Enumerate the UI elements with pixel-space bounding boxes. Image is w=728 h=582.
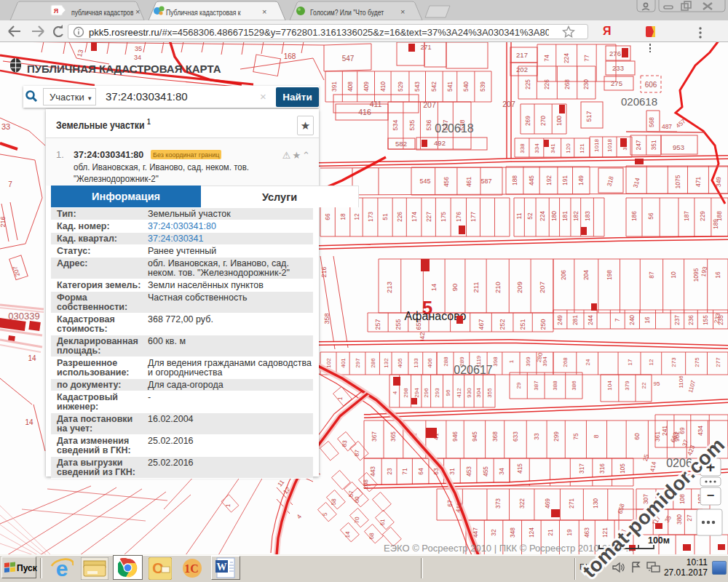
svg-text:168: 168 [284, 52, 296, 60]
svg-text:+: + [706, 458, 716, 477]
svg-text:405: 405 [397, 358, 403, 368]
svg-text:23: 23 [386, 468, 393, 475]
svg-text:130: 130 [592, 498, 599, 509]
svg-text:216: 216 [320, 266, 328, 277]
svg-text:277: 277 [715, 357, 721, 367]
svg-text:348: 348 [509, 527, 516, 538]
svg-text:275: 275 [694, 357, 700, 367]
svg-text:534: 534 [392, 119, 399, 130]
svg-text:398: 398 [492, 356, 499, 367]
svg-text:W: W [217, 562, 227, 573]
svg-text:247: 247 [635, 140, 642, 150]
svg-text:211: 211 [472, 282, 480, 292]
svg-text:250: 250 [539, 319, 547, 330]
svg-text:455: 455 [482, 466, 489, 477]
svg-text:388: 388 [552, 380, 558, 391]
svg-text:186: 186 [630, 211, 638, 221]
svg-text:34: 34 [134, 54, 141, 61]
svg-text:251: 251 [519, 319, 526, 330]
svg-text:020618: 020618 [435, 122, 473, 135]
svg-text:182: 182 [572, 211, 579, 221]
svg-text:227: 227 [425, 212, 432, 222]
svg-text:307: 307 [642, 494, 649, 504]
svg-text:547: 547 [342, 55, 355, 63]
svg-text:0206: 0206 [666, 457, 692, 469]
svg-text:225: 225 [524, 79, 531, 89]
svg-text:−: − [707, 488, 715, 503]
svg-text:529: 529 [397, 81, 404, 92]
svg-text:539: 539 [479, 81, 486, 92]
svg-text:365: 365 [389, 431, 397, 442]
svg-text:14: 14 [344, 531, 351, 538]
svg-text:35: 35 [135, 45, 142, 52]
svg-text:456: 456 [443, 177, 450, 187]
svg-text:108: 108 [363, 479, 370, 489]
svg-text:74: 74 [543, 55, 550, 62]
svg-text:373: 373 [494, 498, 502, 509]
svg-text:31: 31 [448, 468, 456, 475]
svg-text:268: 268 [563, 79, 571, 89]
svg-text:226: 226 [543, 79, 550, 89]
svg-text:409: 409 [363, 81, 370, 92]
svg-text:173: 173 [367, 212, 374, 222]
svg-text:294: 294 [414, 388, 420, 398]
svg-text:14: 14 [28, 354, 36, 362]
svg-text:60: 60 [354, 496, 360, 503]
svg-text:1106: 1106 [678, 375, 684, 388]
svg-text:273: 273 [670, 357, 677, 367]
svg-text:11: 11 [515, 212, 523, 219]
svg-text:34: 34 [498, 468, 505, 475]
svg-text:7: 7 [614, 318, 621, 322]
svg-text:317: 317 [578, 463, 585, 474]
svg-text:24: 24 [585, 359, 591, 365]
svg-text:338: 338 [519, 143, 526, 154]
svg-text:368: 368 [491, 431, 499, 442]
svg-text:240: 240 [628, 315, 636, 325]
svg-text:540: 540 [462, 81, 470, 92]
svg-text:4: 4 [392, 391, 398, 394]
svg-text:230: 230 [582, 79, 590, 89]
svg-text:487: 487 [662, 123, 672, 130]
svg-text:14: 14 [25, 418, 33, 426]
svg-text:17: 17 [627, 359, 633, 365]
svg-text:226: 226 [396, 212, 403, 222]
svg-text:415: 415 [516, 463, 523, 474]
svg-text:189: 189 [712, 219, 719, 229]
svg-text:83: 83 [341, 439, 349, 447]
svg-text:542: 542 [430, 81, 438, 92]
svg-text:367: 367 [371, 431, 378, 442]
svg-text:175: 175 [440, 212, 447, 222]
svg-text:99: 99 [661, 495, 668, 503]
svg-text:953: 953 [673, 143, 684, 151]
svg-text:121: 121 [601, 527, 609, 538]
svg-text:192: 192 [545, 175, 553, 186]
svg-text:545: 545 [419, 178, 430, 185]
svg-text:633: 633 [512, 431, 519, 442]
svg-text:030339: 030339 [8, 311, 39, 322]
svg-text:304: 304 [475, 388, 482, 398]
svg-text:132: 132 [383, 358, 389, 368]
svg-text:51: 51 [381, 213, 389, 220]
svg-text:257: 257 [374, 319, 381, 330]
svg-text:124: 124 [528, 527, 535, 538]
svg-text:217: 217 [516, 51, 528, 59]
svg-text:296: 296 [423, 388, 430, 398]
svg-text:492: 492 [434, 139, 446, 147]
svg-text:121: 121 [579, 143, 585, 154]
svg-text:ЕЭКО © Росреестр 2010 | ПКК ©: ЕЭКО © Росреестр 2010 | ПКК © Росреестр … [384, 543, 633, 554]
svg-text:29: 29 [515, 382, 522, 388]
svg-text:56: 56 [647, 212, 654, 220]
svg-text:268: 268 [562, 357, 569, 367]
svg-text:187: 187 [683, 211, 690, 221]
svg-text:020617: 020617 [454, 364, 492, 376]
svg-text:108: 108 [678, 494, 686, 504]
svg-text:606: 606 [645, 81, 657, 89]
svg-text:463: 463 [583, 527, 590, 538]
svg-text:176: 176 [455, 212, 462, 222]
svg-text:64: 64 [417, 468, 424, 475]
svg-text:21: 21 [547, 529, 554, 536]
svg-text:233: 233 [612, 64, 624, 72]
svg-text:1С: 1С [184, 562, 199, 575]
svg-text:32: 32 [490, 529, 497, 536]
svg-text:181: 181 [561, 211, 569, 221]
